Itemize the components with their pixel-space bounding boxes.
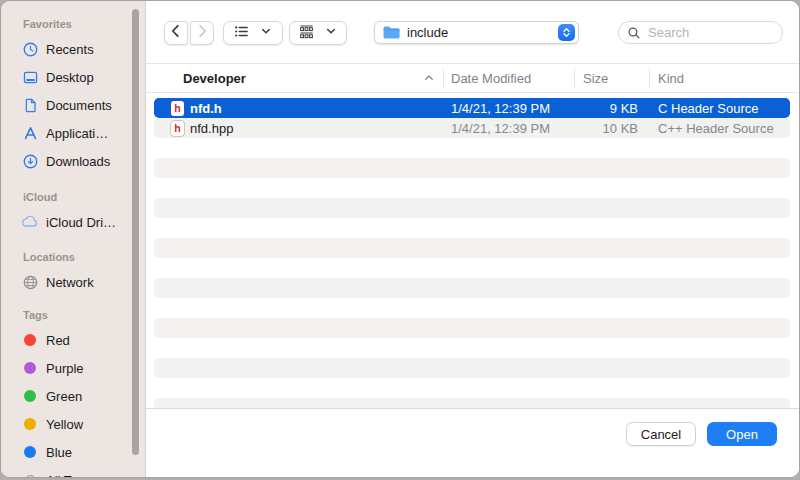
- cloud-icon: [21, 213, 39, 231]
- file-list: h nfd.h 1/4/21, 12:39 PM 9 KB C Header S…: [146, 93, 799, 408]
- tag-yellow-icon: [21, 415, 39, 433]
- tag-purple-icon: [21, 359, 39, 377]
- sidebar-item-label: Blue: [46, 445, 72, 460]
- folder-icon: [382, 25, 401, 40]
- file-size-cell: 9 KB: [574, 101, 649, 116]
- column-header-size[interactable]: Size: [574, 64, 649, 92]
- sidebar-item-label: Green: [46, 389, 82, 404]
- sidebar-item-tag-red[interactable]: Red: [1, 326, 145, 354]
- sidebar-item-label: Red: [46, 333, 70, 348]
- tag-red-icon: [21, 331, 39, 349]
- sort-ascending-icon: [423, 72, 435, 84]
- sidebar-item-icloud-drive[interactable]: iCloud Dri…: [1, 208, 145, 236]
- toolbar: include: [146, 1, 799, 64]
- document-icon: [21, 96, 39, 114]
- file-kind-cell: C++ Header Source: [649, 121, 790, 136]
- sidebar-section-locations: Locations Network: [1, 250, 145, 296]
- cpp-header-file-icon: h: [171, 121, 184, 136]
- section-header-favorites: Favorites: [23, 17, 145, 31]
- sidebar-item-label: iCloud Dri…: [46, 215, 116, 230]
- sidebar-item-network[interactable]: Network: [1, 268, 145, 296]
- table-header: Developer Date Modified Size Kind: [146, 64, 799, 93]
- file-name-cell: h nfd.hpp: [154, 121, 443, 136]
- column-header-name[interactable]: Developer: [146, 64, 443, 92]
- sidebar-item-label: Recents: [46, 42, 94, 57]
- download-icon: [21, 152, 39, 170]
- section-header-icloud: iCloud: [23, 190, 145, 204]
- dialog-footer: Cancel Open: [146, 408, 799, 477]
- sidebar-item-label: Applicati…: [46, 126, 108, 141]
- file-name-cell: h nfd.h: [154, 101, 443, 116]
- sidebar-scrollbar[interactable]: [132, 9, 139, 455]
- search-input[interactable]: [646, 24, 774, 41]
- file-kind-cell: C Header Source: [649, 101, 790, 116]
- column-header-kind[interactable]: Kind: [649, 64, 799, 92]
- sidebar-item-tag-yellow[interactable]: Yellow: [1, 410, 145, 438]
- sidebar-item-label: Desktop: [46, 70, 94, 85]
- sidebar-item-tag-purple[interactable]: Purple: [1, 354, 145, 382]
- sidebar-item-label: Yellow: [46, 417, 83, 432]
- chevron-left-icon: [167, 22, 185, 44]
- section-header-locations: Locations: [23, 250, 145, 264]
- group-view-control[interactable]: [289, 21, 347, 45]
- sidebar-item-tag-blue[interactable]: Blue: [1, 438, 145, 466]
- sidebar-item-label: Documents: [46, 98, 112, 113]
- chevron-down-icon: [324, 24, 338, 42]
- file-date-cell: 1/4/21, 12:39 PM: [443, 121, 574, 136]
- file-row-nfd-h[interactable]: h nfd.h 1/4/21, 12:39 PM 9 KB C Header S…: [154, 98, 790, 118]
- chevron-right-icon: [193, 22, 211, 44]
- navigation-buttons: [164, 21, 214, 45]
- list-view-icon: [233, 23, 250, 44]
- up-down-chevrons-icon: [558, 24, 575, 41]
- file-open-dialog: Favorites Recents Desktop Documents: [0, 0, 800, 478]
- file-row-nfd-hpp[interactable]: h nfd.hpp 1/4/21, 12:39 PM 10 KB C++ Hea…: [154, 118, 790, 138]
- c-header-file-icon: h: [171, 101, 184, 116]
- search-icon: [627, 26, 641, 40]
- sidebar-item-label: All Tags: [46, 473, 91, 478]
- tag-blue-icon: [21, 443, 39, 461]
- circle-outline-icon: [21, 471, 39, 477]
- folder-dropdown[interactable]: include: [374, 21, 579, 44]
- group-view-icon: [298, 23, 315, 44]
- file-date-cell: 1/4/21, 12:39 PM: [443, 101, 574, 116]
- list-view-control[interactable]: [223, 21, 283, 45]
- section-header-tags: Tags: [23, 308, 145, 322]
- main-content: include Developer Date Modifi: [146, 1, 799, 477]
- tag-green-icon: [21, 387, 39, 405]
- cancel-button[interactable]: Cancel: [626, 422, 696, 446]
- sidebar-item-applications[interactable]: Applicati…: [1, 119, 145, 147]
- sidebar-item-label: Network: [46, 275, 94, 290]
- sidebar-item-all-tags[interactable]: All Tags: [1, 466, 145, 477]
- sidebar-section-tags: Tags Red Purple Green Yellow Blue: [1, 308, 145, 477]
- chevron-down-icon: [259, 24, 273, 42]
- folder-dropdown-value: include: [407, 25, 552, 40]
- sidebar-section-favorites: Favorites Recents Desktop Documents: [1, 17, 145, 175]
- sidebar: Favorites Recents Desktop Documents: [1, 1, 146, 477]
- file-name: nfd.hpp: [190, 121, 233, 136]
- sidebar-item-label: Purple: [46, 361, 84, 376]
- globe-icon: [21, 273, 39, 291]
- sidebar-item-tag-green[interactable]: Green: [1, 382, 145, 410]
- file-name: nfd.h: [190, 101, 222, 116]
- sidebar-item-downloads[interactable]: Downloads: [1, 147, 145, 175]
- clock-icon: [21, 40, 39, 58]
- search-field[interactable]: [618, 21, 783, 44]
- appstore-icon: [21, 124, 39, 142]
- sidebar-item-label: Downloads: [46, 154, 110, 169]
- column-header-date-modified[interactable]: Date Modified: [443, 64, 574, 92]
- sidebar-item-desktop[interactable]: Desktop: [1, 63, 145, 91]
- sidebar-section-icloud: iCloud iCloud Dri…: [1, 190, 145, 236]
- back-button[interactable]: [164, 21, 188, 45]
- desktop-icon: [21, 68, 39, 86]
- file-size-cell: 10 KB: [574, 121, 649, 136]
- forward-button[interactable]: [190, 21, 214, 45]
- sidebar-item-documents[interactable]: Documents: [1, 91, 145, 119]
- open-button[interactable]: Open: [707, 422, 777, 446]
- empty-rows: [146, 138, 799, 408]
- sidebar-item-recents[interactable]: Recents: [1, 35, 145, 63]
